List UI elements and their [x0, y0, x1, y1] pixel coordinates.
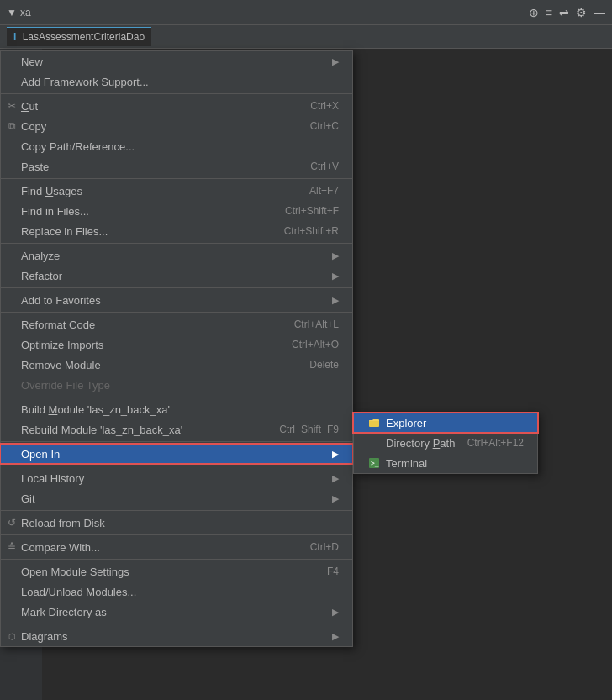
menu-item-new[interactable]: New ▶ [1, 51, 352, 71]
separator-1 [1, 93, 352, 94]
menu-item-add-framework[interactable]: Add Framework Support... [1, 71, 352, 92]
title-text: xa [20, 7, 31, 18]
separator-11 [1, 559, 352, 560]
explorer-icon [367, 416, 381, 429]
shortcut-compare-with: Ctrl+D [277, 541, 339, 553]
shortcut-reformat-code: Ctrl+Alt+L [261, 318, 339, 330]
cut-icon: ✂ [6, 100, 18, 112]
menu-label-paste: Paste [21, 161, 49, 173]
toolbar-icon-globe[interactable]: ⊕ [529, 6, 539, 19]
menu-item-find-usages[interactable]: Find Usages Alt+F7 [1, 181, 352, 201]
separator-12 [1, 624, 352, 624]
separator-2 [1, 178, 352, 179]
toolbar-icon-list[interactable]: ≡ [546, 6, 552, 19]
menu-label-refactor: Refactor [21, 270, 62, 282]
menu-item-copy[interactable]: ⧉ Copy Ctrl+C [1, 116, 352, 136]
separator-8 [1, 466, 352, 466]
menu-item-rebuild-module[interactable]: Rebuild Module 'las_zn_back_xa' Ctrl+Shi… [1, 419, 352, 439]
shortcut-rebuild-module: Ctrl+Shift+F9 [245, 424, 339, 435]
separator-3 [1, 243, 352, 244]
arrow-icon-add-favorites: ▶ [332, 295, 339, 306]
separator-4 [1, 287, 352, 288]
separator-6 [1, 397, 352, 397]
compare-icon: ≙ [6, 541, 18, 553]
menu-label-rebuild-module: Rebuild Module 'las_zn_back_xa' [21, 424, 182, 436]
submenu-item-explorer[interactable]: Explorer [354, 413, 537, 433]
menu-label-analyze: Analyze [21, 250, 60, 262]
separator-10 [1, 534, 352, 535]
separator-9 [1, 510, 352, 511]
menu-label-new: New [21, 55, 43, 68]
file-tab-icon: I [13, 31, 16, 43]
menu-label-optimize-imports: Optimize Imports [21, 339, 103, 351]
menu-label-remove-module: Remove Module [21, 359, 101, 371]
file-tab-name: LasAssessmentCriteriaDao [23, 31, 145, 43]
title-icon: ▼ [7, 7, 17, 18]
menu-label-compare-with: Compare With... [21, 541, 100, 554]
menu-label-find-usages: Find Usages [21, 185, 82, 197]
submenu-label-directory-path: Directory Path [386, 437, 455, 450]
menu-label-open-module-settings: Open Module Settings [21, 566, 129, 578]
menu-label-add-framework: Add Framework Support... [21, 76, 149, 88]
arrow-icon-open-in: ▶ [332, 449, 339, 460]
menu-label-cut: Cut [21, 100, 38, 113]
menu-label-build-module: Build Module 'las_zn_back_xa' [21, 403, 170, 416]
menu-item-open-in[interactable]: Open In ▶ [1, 444, 352, 464]
shortcut-open-module-settings: F4 [293, 566, 339, 577]
menu-item-git[interactable]: Git ▶ [1, 488, 352, 508]
menu-item-find-in-files[interactable]: Find in Files... Ctrl+Shift+F [1, 201, 352, 221]
title-bar: ▼ xa ⊕ ≡ ⇌ ⚙ — [0, 0, 612, 25]
menu-label-mark-directory: Mark Directory as [21, 606, 107, 618]
editor-header: I LasAssessmentCriteriaDao [0, 25, 612, 49]
menu-label-local-history: Local History [21, 472, 84, 485]
toolbar-icon-minimize[interactable]: — [594, 6, 605, 19]
menu-item-load-unload-modules[interactable]: Load/Unload Modules... [1, 582, 352, 602]
menu-item-reload-from-disk[interactable]: ↺ Reload from Disk [1, 513, 352, 533]
menu-item-optimize-imports[interactable]: Optimize Imports Ctrl+Alt+O [1, 334, 352, 355]
arrow-icon-mark-directory: ▶ [332, 607, 339, 618]
menu-item-mark-directory[interactable]: Mark Directory as ▶ [1, 602, 352, 622]
menu-label-reformat-code: Reformat Code [21, 318, 95, 331]
arrow-icon-diagrams: ▶ [332, 631, 339, 642]
arrow-icon-git: ▶ [332, 493, 339, 504]
svg-text:>_: >_ [371, 460, 379, 467]
menu-item-compare-with[interactable]: ≙ Compare With... Ctrl+D [1, 537, 352, 557]
menu-item-copy-path[interactable]: Copy Path/Reference... [1, 136, 352, 156]
menu-label-copy: Copy [21, 120, 46, 133]
menu-item-add-favorites[interactable]: Add to Favorites ▶ [1, 290, 352, 310]
toolbar-icon-split[interactable]: ⇌ [559, 6, 569, 19]
menu-item-local-history[interactable]: Local History ▶ [1, 468, 352, 488]
arrow-icon-local-history: ▶ [332, 473, 339, 484]
submenu-label-explorer: Explorer [386, 417, 426, 429]
copy-icon: ⧉ [6, 120, 18, 132]
file-tab[interactable]: I LasAssessmentCriteriaDao [7, 27, 151, 46]
menu-item-replace-in-files[interactable]: Replace in Files... Ctrl+Shift+R [1, 221, 352, 241]
shortcut-cut: Ctrl+X [277, 100, 339, 112]
submenu-label-terminal: Terminal [386, 457, 427, 470]
menu-item-override-file-type: Override File Type [1, 375, 352, 395]
submenu-item-terminal[interactable]: >_ Terminal [354, 453, 537, 473]
menu-item-reformat-code[interactable]: Reformat Code Ctrl+Alt+L [1, 314, 352, 334]
shortcut-replace-in-files: Ctrl+Shift+R [251, 225, 339, 237]
menu-item-paste[interactable]: Paste Ctrl+V [1, 156, 352, 176]
directory-path-icon [367, 436, 381, 450]
shortcut-copy: Ctrl+C [277, 120, 339, 132]
menu-label-find-in-files: Find in Files... [21, 205, 89, 218]
menu-item-refactor[interactable]: Refactor ▶ [1, 266, 352, 286]
menu-label-replace-in-files: Replace in Files... [21, 225, 108, 238]
svg-rect-0 [369, 420, 379, 427]
shortcut-find-in-files: Ctrl+Shift+F [251, 205, 339, 217]
menu-label-add-favorites: Add to Favorites [21, 294, 101, 307]
toolbar-icon-gear[interactable]: ⚙ [576, 6, 587, 19]
menu-label-git: Git [21, 492, 35, 505]
submenu-item-directory-path[interactable]: Directory Path Ctrl+Alt+F12 [354, 433, 537, 453]
menu-item-diagrams[interactable]: ⬡ Diagrams ▶ [1, 626, 352, 646]
shortcut-remove-module: Delete [276, 359, 339, 371]
terminal-icon: >_ [367, 456, 381, 470]
menu-item-open-module-settings[interactable]: Open Module Settings F4 [1, 561, 352, 582]
menu-item-remove-module[interactable]: Remove Module Delete [1, 355, 352, 375]
title-bar-icons: ⊕ ≡ ⇌ ⚙ — [529, 6, 605, 19]
menu-item-cut[interactable]: ✂ Cut Ctrl+X [1, 96, 352, 116]
menu-item-build-module[interactable]: Build Module 'las_zn_back_xa' [1, 399, 352, 419]
menu-item-analyze[interactable]: Analyze ▶ [1, 245, 352, 266]
